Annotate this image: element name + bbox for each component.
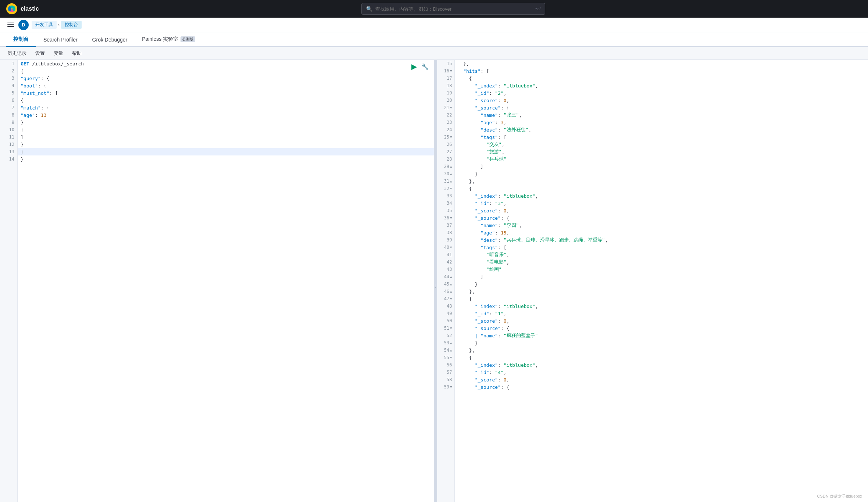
code-line-2: { <box>18 67 434 75</box>
rln-25: 25▼ <box>437 133 454 141</box>
rln-55: 55▼ <box>437 354 454 361</box>
rl-51: "_source": { <box>455 324 868 332</box>
rln-20: 20 <box>437 97 454 104</box>
code-line-12: } <box>18 141 434 148</box>
help-button[interactable]: 帮助 <box>71 49 83 57</box>
code-line-5: "must_not": [ <box>18 89 434 97</box>
tab-bar: 控制台 Search Profiler Grok Debugger Painle… <box>0 32 868 47</box>
rl-47: { <box>455 295 868 302</box>
variables-button[interactable]: 变量 <box>52 49 65 57</box>
rln-29: 29▲ <box>437 163 454 170</box>
rl-34: "_id": "3", <box>455 200 868 207</box>
rl-49: "_id": "1", <box>455 310 868 317</box>
result-panel[interactable]: 15 16▼ 17 18 19 20 21▼ 22 23 24 25▼ 26 2… <box>437 60 868 502</box>
rln-37: 37 <box>437 222 454 229</box>
settings-button[interactable]: 设置 <box>34 49 46 57</box>
tab-grok-debugger[interactable]: Grok Debugger <box>85 33 135 47</box>
rl-20: "_score": 0, <box>455 97 868 104</box>
tab-search-profiler[interactable]: Search Profiler <box>36 33 85 47</box>
tab-grok-debugger-label: Grok Debugger <box>92 37 128 43</box>
rln-23: 23 <box>437 119 454 126</box>
global-search-bar[interactable]: 🔍 ⌥/ <box>361 3 545 15</box>
line-num-6: 6 <box>0 97 17 104</box>
editor-actions: ▶ 🔧 <box>409 60 431 73</box>
rln-39: 39 <box>437 236 454 244</box>
line-num-14: 14 <box>0 155 17 163</box>
rl-33: "_index": "itbluebox", <box>455 192 868 200</box>
rln-33: 33 <box>437 192 454 200</box>
main-content: ▶ 🔧 1 2 3 4 5 6 7 8 9 10 11 12 13 14 GET… <box>0 60 868 502</box>
rln-21: 21▼ <box>437 104 454 111</box>
rl-54: }, <box>455 347 868 354</box>
rln-54: 54▲ <box>437 347 454 354</box>
rl-24: "desc": "法外狂徒", <box>455 126 868 133</box>
line-num-9: 9 <box>0 119 17 126</box>
svg-point-0 <box>6 3 17 14</box>
wrench-button[interactable]: 🔧 <box>421 62 429 71</box>
rln-32: 32▼ <box>437 185 454 192</box>
tab-painless-badge: 公测版 <box>181 36 195 42</box>
rl-50: "_score": 0, <box>455 317 868 324</box>
hamburger-button[interactable] <box>6 20 15 29</box>
rl-37: "name": "李四", <box>455 222 868 229</box>
breadcrumb-console[interactable]: 控制台 <box>61 21 82 29</box>
rln-26: 26 <box>437 141 454 148</box>
line-num-7: 7 <box>0 104 17 111</box>
rl-31: }, <box>455 178 868 185</box>
rl-59: "_source": { <box>455 383 868 391</box>
rl-26: "交友", <box>455 141 868 148</box>
line-num-10: 10 <box>0 126 17 133</box>
rln-47: 47▼ <box>437 295 454 302</box>
rl-43: "绘画" <box>455 266 868 273</box>
run-button[interactable]: ▶ <box>411 61 418 72</box>
tab-console[interactable]: 控制台 <box>6 32 36 47</box>
line-num-2: 2 <box>0 67 17 75</box>
rl-22: "name": "张三", <box>455 111 868 119</box>
svg-point-4 <box>12 6 15 11</box>
rl-55: { <box>455 354 868 361</box>
rl-40: "tags": [ <box>455 244 868 251</box>
global-search-input[interactable] <box>375 6 532 12</box>
editor-line-numbers: 1 2 3 4 5 6 7 8 9 10 11 12 13 14 <box>0 60 18 502</box>
panel-divider[interactable]: ⋮ <box>434 60 437 502</box>
breadcrumb-devtools[interactable]: 开发工具 <box>32 21 57 29</box>
rl-38: "age": 15, <box>455 229 868 236</box>
rl-30: } <box>455 170 868 178</box>
rl-58: "_score": 0, <box>455 376 868 383</box>
rl-45: } <box>455 280 868 288</box>
history-button[interactable]: 历史记录 <box>6 49 28 57</box>
code-line-7: "match": { <box>18 104 434 111</box>
rln-22: 22 <box>437 111 454 119</box>
code-line-1: GET /itbluebox/_search <box>18 60 434 67</box>
code-line-13: } <box>18 148 434 155</box>
secondary-navbar: D 开发工具 › 控制台 <box>0 18 868 32</box>
rl-18: "_index": "itbluebox", <box>455 82 868 89</box>
rl-16: "hits": [ <box>455 67 868 75</box>
rln-53: 53▲ <box>437 339 454 347</box>
code-line-6: { <box>18 97 434 104</box>
tab-search-profiler-label: Search Profiler <box>43 37 78 43</box>
rl-27: "旅游", <box>455 148 868 155</box>
rln-18: 18 <box>437 82 454 89</box>
rln-43: 43 <box>437 266 454 273</box>
line-num-8: 8 <box>0 111 17 119</box>
rl-19: "_id": "2", <box>455 89 868 97</box>
line-num-1: 1 <box>0 60 17 67</box>
rl-35: "_score": 0, <box>455 207 868 214</box>
rln-46: 46▲ <box>437 288 454 295</box>
line-num-12: 12 <box>0 141 17 148</box>
breadcrumb-separator: › <box>58 22 60 28</box>
elastic-logo[interactable]: elastic <box>6 3 39 15</box>
rl-39: "desc": "兵乒球、足球、滑旱冰、跑步、跳绳、举重等", <box>455 236 868 244</box>
code-line-14: } <box>18 155 434 163</box>
rl-28: "乒乓球" <box>455 155 868 163</box>
svg-rect-5 <box>7 22 14 22</box>
rl-36: "_source": { <box>455 214 868 222</box>
rln-35: 35 <box>437 207 454 214</box>
svg-rect-6 <box>7 24 14 25</box>
rl-17: { <box>455 75 868 82</box>
code-editor[interactable]: 1 2 3 4 5 6 7 8 9 10 11 12 13 14 GET /it… <box>0 60 434 502</box>
code-lines: GET /itbluebox/_search { "query": { "boo… <box>18 60 434 502</box>
tab-painless[interactable]: Painless 实验室 公测版 <box>135 32 203 47</box>
avatar[interactable]: D <box>18 20 29 30</box>
